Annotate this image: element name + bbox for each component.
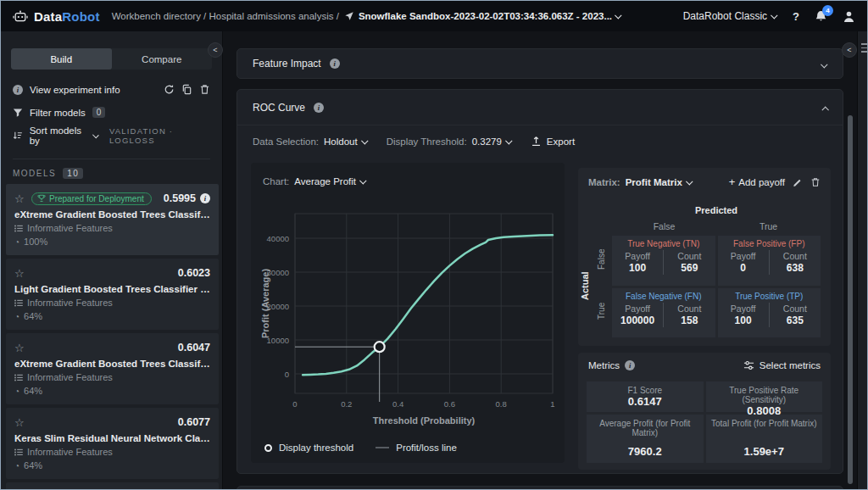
- metric-total-profit: Total Profit (for Profit Matrix) 1.59e+7: [706, 415, 823, 463]
- model-featurelist: Informative Features: [14, 447, 210, 457]
- matrix-cell-fn: False Negative (FN) Payoff100000 Count15…: [612, 288, 715, 338]
- chevron-up-icon[interactable]: [821, 106, 828, 113]
- sidebar-collapse-button[interactable]: <: [208, 42, 223, 58]
- metrics-header: Metrics i Select metrics: [578, 353, 831, 370]
- info-icon[interactable]: i: [200, 193, 210, 203]
- actual-axis-label: Actual: [580, 236, 590, 336]
- chevron-down-icon: [771, 12, 777, 19]
- model-name: eXtreme Gradient Boosted Trees Classifie…: [14, 209, 210, 220]
- right-rail: [857, 31, 868, 489]
- svg-text:40000: 40000: [267, 234, 289, 243]
- filter-models-label: Filter models: [30, 108, 86, 118]
- profit-loss-line-icon: [376, 447, 389, 448]
- feature-impact-panel[interactable]: Feature Impact i: [236, 48, 843, 79]
- feature-list-icon: [14, 225, 23, 232]
- experiment-crumb[interactable]: Snowflake Sandbox-2023-02-02T03:34:36.06…: [344, 11, 621, 21]
- info-icon[interactable]: i: [625, 360, 635, 370]
- model-name: Keras Slim Residual Neural Network Class…: [14, 433, 210, 443]
- info-icon[interactable]: i: [330, 58, 340, 69]
- svg-text:0.4: 0.4: [392, 399, 403, 409]
- sliders-icon: [743, 360, 754, 370]
- refresh-button[interactable]: [164, 84, 175, 95]
- sort-models-row[interactable]: Sort models by VALIDATION · LOGLOSS: [13, 124, 210, 147]
- chevron-down-icon: [615, 12, 621, 19]
- star-icon[interactable]: ☆: [14, 267, 28, 280]
- add-payoff-label: Add payoff: [738, 177, 785, 187]
- pie-icon: ◔: [14, 312, 19, 321]
- menu-icon[interactable]: [861, 43, 868, 53]
- chart-legend: Display threshold Profit/loss line: [264, 443, 457, 453]
- filter-models-row[interactable]: Filter models 0: [13, 101, 210, 124]
- display-threshold-toggle[interactable]: Display threshold: [264, 443, 353, 453]
- vertical-scrollbar[interactable]: [848, 115, 853, 484]
- matrix-cell-fp: False Positive (FP) Payoff0 Count638: [718, 236, 821, 286]
- notifications-button[interactable]: 4: [815, 10, 827, 23]
- model-name: Light Gradient Boosted Trees Classifier …: [14, 284, 210, 294]
- classic-switcher[interactable]: DataRobot Classic: [683, 10, 777, 22]
- experiment-info-label[interactable]: View experiment info: [30, 85, 120, 95]
- chart-type-value: Average Profit: [294, 176, 356, 187]
- profit-loss-line-toggle[interactable]: Profit/loss line: [376, 443, 457, 453]
- select-metrics-label: Select metrics: [760, 360, 821, 370]
- right-panel-collapse-button[interactable]: <: [842, 42, 857, 58]
- profit-loss-legend-label: Profit/loss line: [396, 443, 457, 453]
- average-profit-chart[interactable]: 01000020000300004000000.20.40.60.81Profi…: [261, 198, 559, 427]
- help-button[interactable]: ?: [793, 10, 799, 23]
- model-card[interactable]: ☆0.6047eXtreme Gradient Boosted Trees Cl…: [6, 333, 219, 404]
- star-icon[interactable]: ☆: [14, 192, 28, 205]
- svg-text:0.2: 0.2: [341, 399, 352, 409]
- model-card[interactable]: ☆Prepared for Deployment0.5995ieXtreme G…: [6, 184, 219, 255]
- model-card[interactable]: ☆0.6077Keras Slim Residual Neural Networ…: [6, 408, 219, 479]
- sort-criteria[interactable]: VALIDATION · LOGLOSS: [109, 126, 210, 145]
- add-payoff-button[interactable]: + Add payoff: [729, 176, 785, 187]
- next-panel-sliver: [236, 486, 843, 490]
- sort-models-label: Sort models by: [30, 125, 88, 146]
- breadcrumb-path[interactable]: Workbench directory / Hospital admission…: [112, 11, 339, 21]
- model-featurelist: Informative Features: [14, 372, 210, 382]
- sort-icon: [13, 131, 23, 141]
- metrics-card: Metrics i Select metrics F1 Score 0.6147: [578, 353, 831, 470]
- svg-text:0: 0: [285, 370, 289, 379]
- model-card[interactable]: ☆0.6023Light Gradient Boosted Trees Clas…: [6, 259, 219, 330]
- model-score: 0.6077: [178, 416, 210, 428]
- display-threshold-dropdown[interactable]: Display Threshold: 0.3279: [387, 136, 512, 147]
- model-sample-pct: ◔100%: [14, 237, 210, 247]
- model-sample-pct: ◔64%: [14, 311, 210, 321]
- roc-curve-panel: ROC Curve i Data Selection: Holdout Disp…: [236, 89, 843, 474]
- data-selection-dropdown[interactable]: Data Selection: Holdout: [253, 136, 368, 147]
- model-card[interactable]: ☆0.6081: [6, 482, 219, 489]
- svg-text:1: 1: [550, 399, 554, 409]
- chevron-down-icon: [686, 178, 693, 185]
- models-count-badge: 10: [63, 168, 83, 179]
- select-metrics-button[interactable]: Select metrics: [743, 360, 821, 370]
- user-profile-icon[interactable]: [843, 10, 855, 23]
- feature-list-icon: [14, 374, 23, 381]
- chevron-down-icon: [359, 177, 366, 184]
- tab-build[interactable]: Build: [11, 48, 112, 70]
- experiment-name: Snowflake Sandbox-2023-02-02T03:34:36.06…: [359, 11, 612, 21]
- export-button[interactable]: Export: [531, 136, 575, 147]
- star-icon[interactable]: ☆: [14, 416, 28, 429]
- data-selection-value: Holdout: [324, 136, 358, 147]
- tab-compare[interactable]: Compare: [112, 48, 213, 70]
- edit-payoff-button[interactable]: [793, 177, 803, 187]
- robot-icon: [13, 10, 28, 23]
- chevron-down-icon: [361, 137, 368, 144]
- datarobot-logo[interactable]: DataRobot: [13, 9, 100, 24]
- model-sample-pct: ◔64%: [14, 460, 210, 471]
- breadcrumb[interactable]: Workbench directory / Hospital admission…: [112, 11, 621, 21]
- export-label: Export: [547, 136, 575, 147]
- chevron-down-icon[interactable]: [821, 61, 827, 68]
- info-icon[interactable]: i: [314, 103, 324, 113]
- star-icon[interactable]: ☆: [14, 342, 28, 354]
- profit-matrix-card: Matrix: Profit Matrix + Add payoff: [578, 168, 831, 346]
- duplicate-button[interactable]: [181, 84, 192, 95]
- matrix-type-dropdown[interactable]: Matrix: Profit Matrix: [588, 177, 693, 187]
- roc-curve-header[interactable]: ROC Curve i: [237, 90, 843, 125]
- chart-type-dropdown[interactable]: Chart: Average Profit: [263, 176, 366, 187]
- display-threshold-legend-label: Display threshold: [279, 443, 353, 453]
- roc-controls: Data Selection: Holdout Display Threshol…: [253, 136, 575, 147]
- delete-button[interactable]: [199, 84, 210, 95]
- delete-payoff-button[interactable]: [810, 177, 821, 187]
- display-threshold-value: 0.3279: [472, 136, 502, 147]
